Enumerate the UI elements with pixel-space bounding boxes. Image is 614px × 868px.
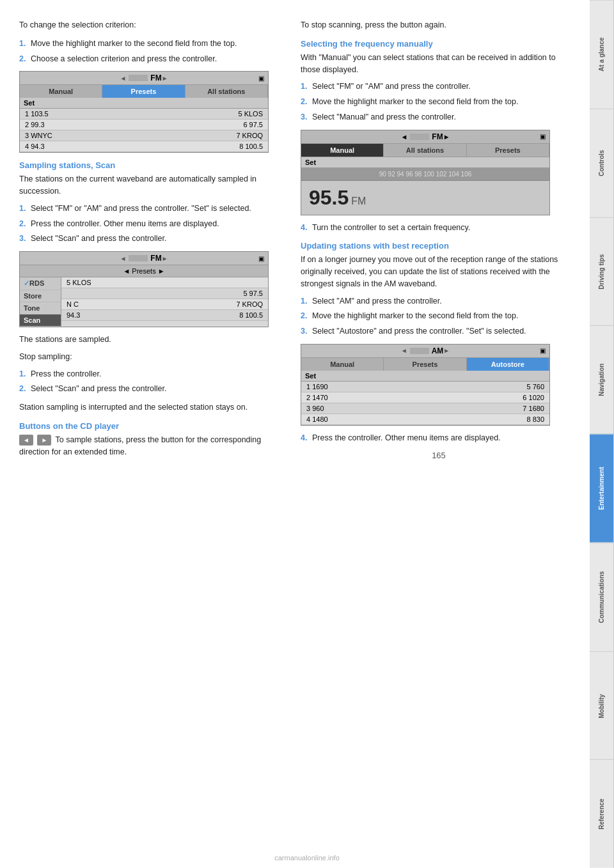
tab-presets[interactable]: Presets (102, 85, 185, 98)
signal-icon: ▣ (258, 75, 264, 82)
step-text: Select "Manual" and press the controller… (312, 111, 456, 123)
step-text: Select "Scan" and press the controller. (31, 233, 166, 245)
fm-label: FM (432, 132, 443, 141)
top-bar-indicator (410, 134, 429, 140)
step4-list: 4. Turn the controller to set a certain … (301, 222, 577, 234)
station-right: 7 1680 (523, 405, 544, 412)
sampling-body: The stations on the current waveband are… (19, 173, 278, 198)
tab-manual[interactable]: Manual (20, 85, 102, 98)
station-row: 94.3 8 100.5 (61, 310, 268, 321)
sampled-text: The stations are sampled. (19, 334, 278, 346)
updating-heading: Updating stations with best reception (301, 241, 577, 251)
station-right: 5 KLOS (238, 110, 263, 118)
step-number: 4. (301, 432, 312, 444)
list-item: 4. Press the controller. Other menu item… (301, 432, 577, 444)
am-tabs: Manual Presets Autostore (301, 358, 549, 371)
list-item: 3. Select "Manual" and press the control… (301, 111, 577, 123)
fm-display-tabs: Manual All stations Presets (301, 144, 549, 157)
arrow-right-icon: ► (443, 347, 450, 354)
sidebar-item-driving-tips[interactable]: Driving tips (590, 217, 614, 326)
sidebar-item-controls[interactable]: Controls (590, 109, 614, 217)
station-row: 5 97.5 (61, 288, 268, 299)
signal-icon: ▣ (540, 347, 546, 354)
list-item: 1. Select "AM" and press the controller. (301, 295, 577, 307)
stop-text: Stop sampling: (19, 351, 278, 363)
list-item: 1. Move the highlight marker to the seco… (19, 38, 278, 50)
tab-all-stations[interactable]: All stations (384, 144, 466, 157)
set-row: Set (301, 371, 549, 382)
menu-item-rds[interactable]: ✓RDS (20, 277, 61, 290)
scan-right-stations: 5 KLOS 5 97.5 N C 7 KROQ 94.3 (61, 277, 268, 327)
list-item: 1. Press the controller. (19, 368, 278, 380)
station-row: 4 94.3 8 100.5 (20, 141, 268, 152)
menu-item-scan[interactable]: Scan (20, 314, 61, 327)
station-left: 2 1470 (306, 394, 328, 401)
list-item: 4. Turn the controller to set a certain … (301, 222, 577, 234)
step-number: 2. (301, 310, 312, 322)
station-left: 4 94.3 (25, 143, 45, 150)
step-text: Select "Scan" and press the controller. (31, 383, 166, 395)
signal-icon: ▣ (258, 255, 264, 262)
manual-steps: 1. Select "FM" or "AM" and press the con… (301, 81, 577, 123)
step-text: Select "FM" or "AM" and press the contro… (31, 203, 251, 215)
step-number: 3. (301, 111, 312, 123)
top-bar-indicator (129, 255, 148, 261)
sidebar-item-reference[interactable]: Reference (590, 759, 614, 868)
step-text: Move the highlight marker to the second … (312, 310, 518, 322)
step-text: Move the highlight marker to the second … (312, 96, 518, 108)
station-left: 2 99.3 (25, 121, 45, 128)
step-text: Select "AM" and press the controller. (312, 295, 442, 307)
tab-presets[interactable]: Presets (467, 144, 549, 157)
checkmark-icon: ✓ (24, 279, 29, 287)
station-row: 3 960 7 1680 (301, 403, 549, 414)
station-left: 1 103.5 (25, 110, 49, 118)
btn-right-icon[interactable]: ► (37, 435, 51, 446)
step-text: Select "FM" or "AM" and press the contro… (312, 81, 471, 93)
step-number: 1. (301, 295, 312, 307)
step-number: 2. (19, 218, 31, 230)
sampling-steps: 1. Select "FM" or "AM" and press the con… (19, 203, 278, 245)
tab-manual[interactable]: Manual (301, 144, 384, 157)
menu-item-tone[interactable]: Tone (20, 302, 61, 314)
manual-freq-heading: Selecting the frequency manually (301, 39, 577, 49)
sidebar-item-navigation[interactable]: Navigation (590, 325, 614, 434)
station-right: 6 97.5 (243, 121, 263, 128)
sidebar-item-entertainment[interactable]: Entertainment (590, 434, 614, 543)
tab-manual[interactable]: Manual (301, 358, 384, 371)
step-number: 4. (301, 222, 312, 234)
tab-autostore[interactable]: Autostore (467, 358, 549, 371)
sidebar-item-at-a-glance[interactable]: At a glance (590, 0, 614, 109)
step-text: Choose a selection criterion and press t… (31, 53, 217, 65)
station-left: N C (67, 300, 79, 308)
fm-label: FM (150, 74, 161, 82)
big-frequency: 95.5FM (301, 181, 549, 215)
arrow-left-icon: ◄ (120, 255, 126, 262)
freq-bar: 90 92 94 96 98 100 102 104 106 (301, 168, 549, 181)
top-bar-indicator (129, 75, 148, 81)
station-left: 3 WNYC (25, 132, 52, 139)
station-right: 7 KROQ (236, 300, 263, 308)
station-left: 1 1690 (306, 383, 328, 391)
list-item: 2. Select "Scan" and press the controlle… (19, 383, 278, 395)
sidebar-item-mobility[interactable]: Mobility (590, 651, 614, 760)
interrupted-text: Station sampling is interrupted and the … (19, 401, 278, 414)
arrow-right-icon: ► (443, 133, 450, 141)
station-left: 3 960 (306, 405, 324, 412)
step-number: 3. (301, 325, 312, 337)
screen-tabs: Manual Presets All stations (20, 85, 268, 98)
signal-icon: ▣ (540, 133, 546, 140)
sidebar: At a glance Controls Driving tips Naviga… (590, 0, 614, 868)
tab-all-stations[interactable]: All stations (185, 85, 268, 98)
scan-screen: ◄ FM ► ▣ ◄ Presets ► ✓RDS Store Tone (19, 251, 269, 327)
menu-item-store[interactable]: Store (20, 290, 61, 302)
sidebar-item-communications[interactable]: Communications (590, 543, 614, 651)
btn-left-icon[interactable]: ◄ (19, 435, 33, 446)
arrow-right-icon: ► (162, 255, 168, 262)
tab-presets[interactable]: Presets (384, 358, 466, 371)
list-item: 2. Choose a selection criterion and pres… (19, 53, 278, 65)
presets-label: ◄ Presets ► (20, 265, 268, 277)
step-number: 1. (19, 38, 31, 50)
list-item: 3. Select "Scan" and press the controlle… (19, 233, 278, 245)
step-text: Press the controller. Other menu items a… (31, 218, 219, 230)
arrow-left-icon: ◄ (400, 133, 407, 141)
